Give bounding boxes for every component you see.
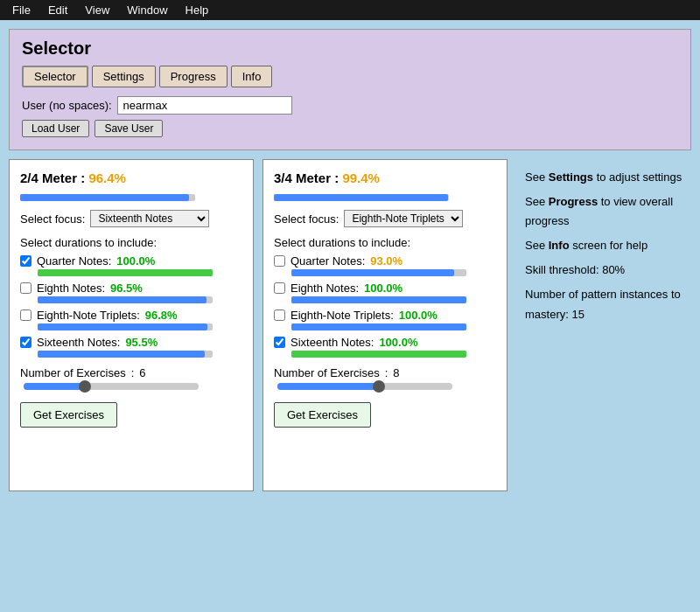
meter-24-durations-label: Select durations to include:	[20, 236, 242, 249]
menubar: File Edit View Window Help	[0, 0, 700, 20]
meter-24-bar-eighth-fill	[38, 296, 206, 303]
meter-24-name-sixteenth: Sixteenth Notes:	[37, 336, 120, 349]
meter-34-panel: 3/4 Meter : 99.4% Select focus: Eighth-N…	[262, 159, 508, 491]
meter-34-bar-eighth	[291, 296, 466, 303]
info-panel: See Settings to adjust settings See Prog…	[516, 159, 691, 338]
meter-24-bar-triplets	[38, 323, 213, 330]
meter-34-duration-quarter: Quarter Notes: 93.0%	[274, 254, 496, 276]
info-info-bold: Info	[549, 239, 570, 252]
meter-34-duration-triplets: Eighth-Note Triplets: 100.0%	[274, 309, 496, 330]
info-info-suffix: screen for help	[570, 239, 648, 252]
meter-34-bar-triplets	[291, 323, 466, 330]
meter-24-check-sixteenth[interactable]	[20, 337, 32, 348]
info-threshold-label: Skill threshold: 80%	[525, 263, 625, 276]
meter-24-name-eighth: Eighth Notes:	[37, 282, 105, 295]
info-settings-bold: Settings	[549, 170, 593, 184]
meter-24-duration-quarter: Quarter Notes: 100.0%	[20, 254, 242, 276]
meter-24-bar-quarter	[38, 269, 213, 276]
meter-24-slider-fill	[24, 383, 85, 390]
menu-window[interactable]: Window	[118, 2, 176, 18]
menu-view[interactable]: View	[76, 2, 118, 18]
meter-24-bar-quarter-fill	[38, 269, 213, 276]
tab-bar: Selector Settings Progress Info	[22, 66, 678, 87]
meter-34-focus-label: Select focus:	[274, 212, 339, 226]
info-settings-text: See	[525, 170, 549, 184]
meter-34-slider-track	[277, 383, 452, 390]
save-user-button[interactable]: Save User	[94, 120, 163, 137]
meter-34-bar-eighth-fill	[291, 296, 466, 303]
meter-34-exercises-row: Number of Exercises : 8	[274, 366, 496, 379]
meter-34-bar-sixteenth	[291, 351, 466, 358]
user-label: User (no spaces):	[22, 99, 112, 112]
tab-info[interactable]: Info	[231, 66, 273, 87]
meter-24-pct-sixteenth: 95.5%	[125, 336, 158, 349]
info-mastery-label: Number of pattern instances to mastery: …	[525, 288, 681, 320]
meter-34-top-bar-fill	[274, 194, 448, 201]
meter-34-slider-row	[274, 383, 496, 390]
meter-34-name-triplets: Eighth-Note Triplets:	[290, 309, 394, 322]
meter-34-pct-sixteenth: 100.0%	[379, 336, 417, 349]
tab-progress[interactable]: Progress	[159, 66, 228, 87]
meter-24-duration-eighth: Eighth Notes: 96.5%	[20, 282, 242, 303]
meter-34-name-sixteenth: Sixteenth Notes:	[290, 336, 374, 349]
meter-34-check-sixteenth[interactable]	[274, 337, 285, 348]
meter-34-slider-fill	[277, 383, 379, 390]
meter-34-focus-row: Select focus: Eighth-Note Triplets Quart…	[274, 210, 496, 227]
meter-34-check-quarter[interactable]	[274, 255, 285, 267]
meter-24-slider-thumb[interactable]	[79, 380, 91, 393]
meter-24-focus-label: Select focus:	[20, 212, 85, 226]
meter-34-bar-sixteenth-fill	[291, 351, 466, 358]
meter-34-get-exercises-button[interactable]: Get Exercises	[274, 402, 371, 428]
meter-24-exercises-row: Number of Exercises : 6	[20, 366, 242, 379]
meter-24-top-bar	[20, 194, 195, 201]
meter-34-bar-quarter	[291, 269, 466, 276]
meter-24-bar-sixteenth	[38, 351, 213, 358]
menu-edit[interactable]: Edit	[39, 2, 76, 18]
meter-24-exercises-label: Number of Exercises	[20, 366, 126, 379]
info-settings-line: See Settings to adjust settings	[525, 168, 682, 187]
meter-34-check-triplets[interactable]	[274, 309, 285, 321]
meter-24-name-triplets: Eighth-Note Triplets:	[37, 309, 140, 322]
meter-24-pct-triplets: 96.8%	[145, 309, 178, 322]
meter-34-slider-thumb[interactable]	[373, 380, 385, 393]
meter-24-get-exercises-button[interactable]: Get Exercises	[20, 402, 117, 428]
tab-settings[interactable]: Settings	[92, 66, 156, 87]
info-mastery-line: Number of pattern instances to mastery: …	[525, 285, 682, 323]
user-input[interactable]	[117, 96, 292, 115]
meter-24-focus-row: Select focus: Sixteenth Notes Quarter No…	[20, 210, 242, 227]
meter-24-focus-select[interactable]: Sixteenth Notes Quarter Notes Eighth Not…	[90, 210, 209, 227]
load-user-button[interactable]: Load User	[22, 120, 89, 137]
info-threshold-line: Skill threshold: 80%	[525, 261, 682, 280]
meter-24-bar-eighth	[38, 296, 213, 303]
meter-34-duration-eighth: Eighth Notes: 100.0%	[274, 282, 496, 303]
meter-24-check-eighth[interactable]	[20, 282, 32, 294]
meter-24-check-quarter[interactable]	[20, 255, 32, 267]
meter-24-bar-sixteenth-fill	[38, 351, 205, 358]
top-panel: Selector Selector Settings Progress Info…	[9, 29, 691, 150]
meter-24-pct: 96.4%	[88, 170, 126, 185]
menu-file[interactable]: File	[4, 2, 39, 18]
tab-selector[interactable]: Selector	[22, 66, 88, 87]
info-progress-line: See Progress to view overall progress	[525, 192, 682, 231]
menu-help[interactable]: Help	[177, 2, 218, 18]
meter-24-pct-quarter: 100.0%	[116, 254, 155, 268]
app-title: Selector	[22, 38, 678, 59]
meter-34-name-eighth: Eighth Notes:	[290, 282, 359, 295]
meter-34-name-quarter: Quarter Notes:	[290, 254, 365, 268]
meter-34-pct-triplets: 100.0%	[399, 309, 438, 322]
meter-34-pct-eighth: 100.0%	[364, 282, 402, 295]
meter-34-top-bar	[274, 194, 449, 201]
info-progress-bold: Progress	[549, 195, 598, 208]
meter-34-durations-label: Select durations to include:	[274, 236, 496, 249]
meter-34-focus-select[interactable]: Eighth-Note Triplets Quarter Notes Eight…	[344, 210, 463, 227]
meter-34-check-eighth[interactable]	[274, 282, 285, 294]
meter-24-slider-track	[24, 383, 199, 390]
user-row: User (no spaces):	[22, 96, 678, 115]
meter-34-title: 3/4 Meter : 99.4%	[274, 170, 496, 185]
meter-24-duration-triplets: Eighth-Note Triplets: 96.8%	[20, 309, 242, 330]
info-settings-suffix: to adjust settings	[593, 170, 682, 184]
main-container: Selector Selector Settings Progress Info…	[0, 20, 700, 500]
meter-24-check-triplets[interactable]	[20, 309, 32, 321]
content-area: 2/4 Meter : 96.4% Select focus: Sixteent…	[9, 159, 691, 491]
meter-34-name: 3/4 Meter	[274, 170, 331, 185]
